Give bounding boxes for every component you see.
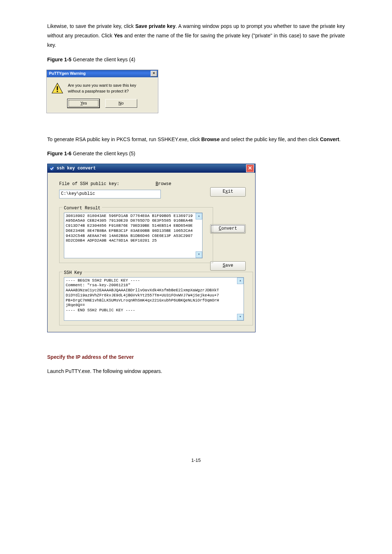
convert-result-legend: Convert Result <box>62 204 102 212</box>
ssh-key-legend: SSH Key <box>62 269 83 277</box>
scroll-down-icon[interactable]: ▾ <box>196 251 202 258</box>
scroll-up-icon[interactable]: ▴ <box>237 278 244 284</box>
bold-browse: Browse <box>201 136 220 142</box>
puttygen-warning-dialog: PuTTYgen Warning × Are you sure you want… <box>46 70 158 113</box>
window-titlebar: ssh key convert ✕ <box>48 164 255 173</box>
dialog-titlebar: PuTTYgen Warning × <box>47 70 158 77</box>
svg-rect-1 <box>57 86 58 90</box>
scroll-down-icon[interactable]: ▾ <box>237 314 244 320</box>
ssh-key-convert-window: ssh key convert ✕ File of SSH public key… <box>47 164 256 332</box>
exit-button[interactable]: Exit <box>210 187 246 197</box>
no-button[interactable]: No <box>105 99 137 108</box>
ssh-key-group: SSH Key ---- BEGIN SSH2 PUBLIC KEY ---- … <box>59 272 253 325</box>
paragraph-save-private-key: Likewise, to save the private key, click… <box>47 22 345 50</box>
save-button[interactable]: Save <box>210 261 246 271</box>
dialog-title: PuTTYgen Warning <box>49 70 86 77</box>
paragraph-launch-putty: Launch PuTTY.exe. The following window a… <box>47 367 345 376</box>
svg-point-3 <box>50 166 54 171</box>
yes-button[interactable]: Yes <box>68 99 99 108</box>
warning-message: Are you sure you want to save this key w… <box>68 83 136 94</box>
section-header-specify-ip: Specify the IP address of the Server <box>47 353 345 362</box>
window-title: ssh key convert <box>57 164 96 172</box>
convert-result-textarea[interactable]: 30818902 818043AE 596FD1AB D7764E0A B1F9… <box>64 213 203 258</box>
svg-rect-2 <box>57 91 58 92</box>
browse-label[interactable]: Browse <box>156 180 171 188</box>
app-icon <box>49 165 55 171</box>
figure-1-6-caption: Figure 1-6 Generate the client keys (5) <box>47 149 345 159</box>
page-number: 1-15 <box>47 456 345 465</box>
figure-1-5-caption: Figure 1-5 Generate the client keys (4) <box>47 55 345 65</box>
convert-button[interactable]: Convert <box>210 224 246 234</box>
bold-save-private-key: Save private key <box>135 23 176 29</box>
close-icon[interactable]: ✕ <box>246 164 254 172</box>
file-of-ssh-label: File of SSH public key: <box>59 180 119 188</box>
close-icon[interactable]: × <box>151 71 157 77</box>
bold-convert: Convert <box>320 136 339 142</box>
file-path-input[interactable]: C:\key\public <box>59 190 161 198</box>
paragraph-generate-rsa: To generate RSA public key in PKCS forma… <box>47 135 345 144</box>
bold-yes: Yes <box>114 33 123 38</box>
ssh-key-textarea[interactable]: ---- BEGIN SSH2 PUBLIC KEY ---- Comment:… <box>64 277 244 321</box>
convert-result-group: Convert Result 30818902 818043AE 596FD1A… <box>59 207 213 263</box>
scroll-up-icon[interactable]: ▴ <box>196 213 202 219</box>
warning-icon <box>51 82 64 95</box>
